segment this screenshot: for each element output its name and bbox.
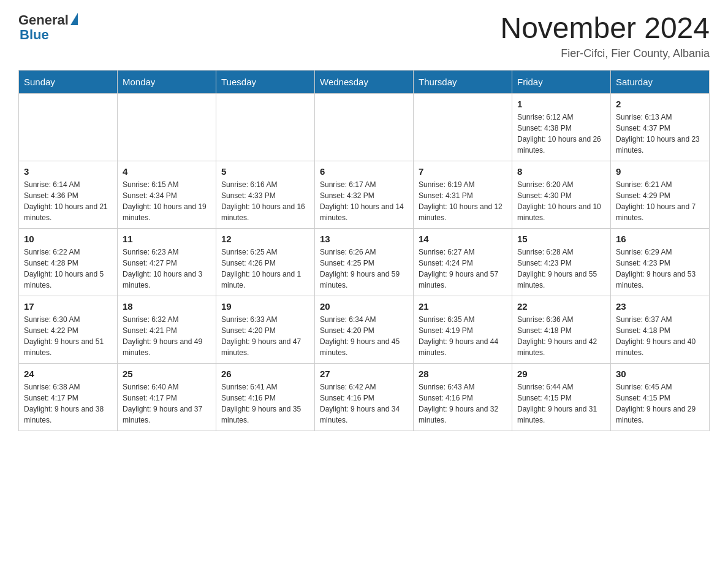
- table-row: [414, 93, 512, 161]
- day-number: 29: [517, 369, 605, 379]
- col-monday: Monday: [118, 70, 216, 93]
- day-info: Sunrise: 6:41 AM Sunset: 4:16 PM Dayligh…: [221, 381, 309, 426]
- day-info: Sunrise: 6:30 AM Sunset: 4:22 PM Dayligh…: [24, 314, 112, 358]
- table-row: 8Sunrise: 6:20 AM Sunset: 4:30 PM Daylig…: [512, 161, 611, 228]
- day-info: Sunrise: 6:40 AM Sunset: 4:17 PM Dayligh…: [123, 381, 211, 426]
- table-row: 11Sunrise: 6:23 AM Sunset: 4:27 PM Dayli…: [118, 228, 216, 296]
- table-row: 21Sunrise: 6:35 AM Sunset: 4:19 PM Dayli…: [414, 296, 512, 363]
- table-row: 16Sunrise: 6:29 AM Sunset: 4:23 PM Dayli…: [611, 228, 710, 296]
- table-row: 15Sunrise: 6:28 AM Sunset: 4:23 PM Dayli…: [512, 228, 611, 296]
- table-row: [118, 93, 216, 161]
- table-row: 19Sunrise: 6:33 AM Sunset: 4:20 PM Dayli…: [216, 296, 315, 363]
- day-number: 19: [221, 301, 309, 312]
- day-number: 18: [123, 301, 211, 312]
- table-row: [216, 93, 315, 161]
- day-info: Sunrise: 6:42 AM Sunset: 4:16 PM Dayligh…: [320, 381, 408, 426]
- table-row: 28Sunrise: 6:43 AM Sunset: 4:16 PM Dayli…: [414, 363, 512, 431]
- day-number: 16: [616, 234, 704, 244]
- day-info: Sunrise: 6:28 AM Sunset: 4:23 PM Dayligh…: [517, 247, 605, 291]
- table-row: 1Sunrise: 6:12 AM Sunset: 4:38 PM Daylig…: [512, 93, 611, 161]
- day-number: 14: [419, 234, 507, 244]
- table-row: 5Sunrise: 6:16 AM Sunset: 4:33 PM Daylig…: [216, 161, 315, 228]
- day-number: 12: [221, 234, 309, 244]
- day-number: 27: [320, 369, 408, 379]
- calendar-table: Sunday Monday Tuesday Wednesday Thursday…: [18, 70, 710, 431]
- table-row: 23Sunrise: 6:37 AM Sunset: 4:18 PM Dayli…: [611, 296, 710, 363]
- day-info: Sunrise: 6:38 AM Sunset: 4:17 PM Dayligh…: [24, 381, 112, 426]
- month-year-title: November 2024: [500, 12, 710, 45]
- logo-triangle-icon: [70, 13, 78, 25]
- calendar-body: 1Sunrise: 6:12 AM Sunset: 4:38 PM Daylig…: [19, 93, 710, 431]
- calendar-week-row: 24Sunrise: 6:38 AM Sunset: 4:17 PM Dayli…: [19, 363, 710, 431]
- day-number: 10: [24, 234, 112, 244]
- calendar-week-row: 17Sunrise: 6:30 AM Sunset: 4:22 PM Dayli…: [19, 296, 710, 363]
- table-row: 26Sunrise: 6:41 AM Sunset: 4:16 PM Dayli…: [216, 363, 315, 431]
- calendar-week-row: 3Sunrise: 6:14 AM Sunset: 4:36 PM Daylig…: [19, 161, 710, 228]
- day-info: Sunrise: 6:20 AM Sunset: 4:30 PM Dayligh…: [517, 179, 605, 223]
- day-number: 30: [616, 369, 704, 379]
- day-number: 23: [616, 301, 704, 312]
- calendar-week-row: 10Sunrise: 6:22 AM Sunset: 4:28 PM Dayli…: [19, 228, 710, 296]
- days-of-week-row: Sunday Monday Tuesday Wednesday Thursday…: [19, 70, 710, 93]
- table-row: 14Sunrise: 6:27 AM Sunset: 4:24 PM Dayli…: [414, 228, 512, 296]
- day-info: Sunrise: 6:25 AM Sunset: 4:26 PM Dayligh…: [221, 247, 309, 291]
- day-number: 2: [616, 99, 704, 109]
- col-tuesday: Tuesday: [216, 70, 315, 93]
- table-row: 30Sunrise: 6:45 AM Sunset: 4:15 PM Dayli…: [611, 363, 710, 431]
- day-info: Sunrise: 6:15 AM Sunset: 4:34 PM Dayligh…: [123, 179, 211, 223]
- day-number: 3: [24, 166, 112, 177]
- day-info: Sunrise: 6:33 AM Sunset: 4:20 PM Dayligh…: [221, 314, 309, 358]
- col-sunday: Sunday: [19, 70, 118, 93]
- day-info: Sunrise: 6:36 AM Sunset: 4:18 PM Dayligh…: [517, 314, 605, 358]
- day-number: 13: [320, 234, 408, 244]
- calendar-header: Sunday Monday Tuesday Wednesday Thursday…: [19, 70, 710, 93]
- day-number: 6: [320, 166, 408, 177]
- table-row: 12Sunrise: 6:25 AM Sunset: 4:26 PM Dayli…: [216, 228, 315, 296]
- table-row: [315, 93, 414, 161]
- table-row: 25Sunrise: 6:40 AM Sunset: 4:17 PM Dayli…: [118, 363, 216, 431]
- table-row: 20Sunrise: 6:34 AM Sunset: 4:20 PM Dayli…: [315, 296, 414, 363]
- day-number: 9: [616, 166, 704, 177]
- table-row: 7Sunrise: 6:19 AM Sunset: 4:31 PM Daylig…: [414, 161, 512, 228]
- table-row: 2Sunrise: 6:13 AM Sunset: 4:37 PM Daylig…: [611, 93, 710, 161]
- day-number: 1: [517, 99, 605, 109]
- day-number: 26: [221, 369, 309, 379]
- day-number: 7: [419, 166, 507, 177]
- table-row: 9Sunrise: 6:21 AM Sunset: 4:29 PM Daylig…: [611, 161, 710, 228]
- day-number: 4: [123, 166, 211, 177]
- day-number: 24: [24, 369, 112, 379]
- table-row: 24Sunrise: 6:38 AM Sunset: 4:17 PM Dayli…: [19, 363, 118, 431]
- day-info: Sunrise: 6:16 AM Sunset: 4:33 PM Dayligh…: [221, 179, 309, 223]
- day-number: 25: [123, 369, 211, 379]
- day-info: Sunrise: 6:13 AM Sunset: 4:37 PM Dayligh…: [616, 112, 704, 156]
- day-info: Sunrise: 6:37 AM Sunset: 4:18 PM Dayligh…: [616, 314, 704, 358]
- day-info: Sunrise: 6:35 AM Sunset: 4:19 PM Dayligh…: [419, 314, 507, 358]
- day-info: Sunrise: 6:12 AM Sunset: 4:38 PM Dayligh…: [517, 112, 605, 156]
- day-number: 15: [517, 234, 605, 244]
- calendar-week-row: 1Sunrise: 6:12 AM Sunset: 4:38 PM Daylig…: [19, 93, 710, 161]
- day-info: Sunrise: 6:44 AM Sunset: 4:15 PM Dayligh…: [517, 381, 605, 426]
- table-row: 29Sunrise: 6:44 AM Sunset: 4:15 PM Dayli…: [512, 363, 611, 431]
- table-row: 18Sunrise: 6:32 AM Sunset: 4:21 PM Dayli…: [118, 296, 216, 363]
- col-friday: Friday: [512, 70, 611, 93]
- col-wednesday: Wednesday: [315, 70, 414, 93]
- table-row: 22Sunrise: 6:36 AM Sunset: 4:18 PM Dayli…: [512, 296, 611, 363]
- day-number: 11: [123, 234, 211, 244]
- logo-blue-text: Blue: [18, 27, 49, 43]
- day-number: 22: [517, 301, 605, 312]
- table-row: 10Sunrise: 6:22 AM Sunset: 4:28 PM Dayli…: [19, 228, 118, 296]
- location-subtitle: Fier-Cifci, Fier County, Albania: [500, 47, 710, 60]
- day-info: Sunrise: 6:29 AM Sunset: 4:23 PM Dayligh…: [616, 247, 704, 291]
- table-row: 4Sunrise: 6:15 AM Sunset: 4:34 PM Daylig…: [118, 161, 216, 228]
- day-number: 28: [419, 369, 507, 379]
- day-info: Sunrise: 6:21 AM Sunset: 4:29 PM Dayligh…: [616, 179, 704, 223]
- table-row: 17Sunrise: 6:30 AM Sunset: 4:22 PM Dayli…: [19, 296, 118, 363]
- col-saturday: Saturday: [611, 70, 710, 93]
- day-info: Sunrise: 6:26 AM Sunset: 4:25 PM Dayligh…: [320, 247, 408, 291]
- day-number: 21: [419, 301, 507, 312]
- day-info: Sunrise: 6:43 AM Sunset: 4:16 PM Dayligh…: [419, 381, 507, 426]
- day-number: 8: [517, 166, 605, 177]
- day-info: Sunrise: 6:19 AM Sunset: 4:31 PM Dayligh…: [419, 179, 507, 223]
- table-row: 6Sunrise: 6:17 AM Sunset: 4:32 PM Daylig…: [315, 161, 414, 228]
- logo-general-text: General: [18, 12, 69, 28]
